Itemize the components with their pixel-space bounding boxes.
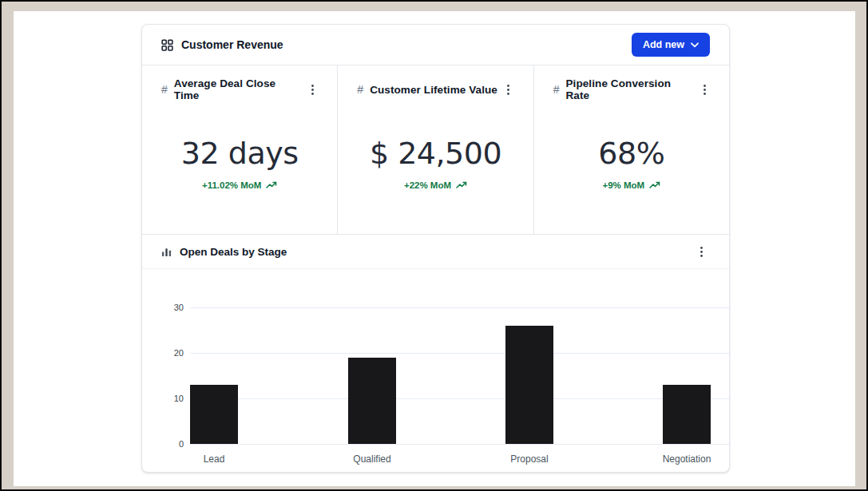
kpi-body: $ 24,500 +22% MoM: [338, 101, 533, 234]
kpi-body: 68% +9% MoM: [534, 101, 729, 234]
kebab-menu-icon[interactable]: [303, 81, 321, 98]
y-axis-tick-label: 20: [147, 347, 184, 358]
bar-lead[interactable]: [190, 385, 238, 444]
kpi-body: 32 days +11.02% MoM: [142, 101, 337, 234]
gridline: [190, 353, 730, 354]
chevron-down-icon: [691, 42, 699, 48]
kpi-row: # Average Deal Close Time 32 days +11.02…: [142, 65, 729, 235]
x-axis-category-label: Lead: [166, 453, 262, 465]
kpi-title: Customer Lifetime Value: [370, 84, 497, 96]
kpi-delta: +22% MoM: [404, 180, 467, 190]
kpi-delta-label: +22% MoM: [404, 180, 451, 190]
chart-title: Open Deals by Stage: [180, 246, 287, 258]
window-frame: Customer Revenue Add new # Averag: [0, 0, 868, 491]
kpi-value: 32 days: [181, 138, 299, 168]
add-new-button[interactable]: Add new: [632, 33, 710, 57]
card-header: Customer Revenue Add new: [142, 25, 729, 65]
bar-chart-plot: 0102030LeadQualifiedProposalNegotiation: [190, 307, 730, 444]
trending-up-icon: [456, 181, 467, 189]
kpi-head: # Pipeline Conversion Rate: [534, 65, 729, 101]
chart-body: 0102030LeadQualifiedProposalNegotiation: [142, 269, 729, 472]
dashboard-page: Customer Revenue Add new # Averag: [14, 11, 855, 486]
gridline: [190, 307, 730, 308]
kpi-delta: +11.02% MoM: [202, 180, 277, 190]
kpi-head: # Customer Lifetime Value: [338, 65, 533, 101]
kpi-customer-lifetime-value: # Customer Lifetime Value $ 24,500 +22% …: [337, 65, 533, 234]
hash-icon: #: [357, 83, 363, 96]
kebab-menu-icon[interactable]: [500, 81, 517, 98]
y-axis-tick-label: 30: [147, 302, 184, 313]
x-axis-category-label: Qualified: [324, 453, 420, 465]
trending-up-icon: [266, 181, 277, 189]
kpi-average-deal-close-time: # Average Deal Close Time 32 days +11.02…: [142, 65, 337, 234]
kpi-delta-label: +9% MoM: [602, 180, 644, 190]
kpi-delta: +9% MoM: [602, 180, 660, 190]
kebab-menu-icon[interactable]: [692, 243, 710, 260]
gridline: [190, 398, 730, 399]
kpi-value: $ 24,500: [370, 138, 501, 168]
kpi-title: Average Deal Close Time: [174, 77, 304, 101]
grid-icon: [161, 39, 173, 51]
chart-header: Open Deals by Stage: [142, 235, 729, 269]
page-title: Customer Revenue: [181, 38, 283, 51]
kebab-menu-icon[interactable]: [696, 81, 713, 98]
bar-qualified[interactable]: [348, 358, 396, 444]
add-new-label: Add new: [643, 39, 684, 50]
kpi-head: # Average Deal Close Time: [142, 65, 337, 101]
customer-revenue-card: Customer Revenue Add new # Averag: [141, 24, 730, 473]
gridline: [190, 444, 730, 445]
kpi-delta-label: +11.02% MoM: [202, 180, 261, 190]
bar-chart-icon: [161, 247, 172, 257]
kpi-title: Pipeline Conversion Rate: [565, 77, 696, 101]
hash-icon: #: [553, 83, 560, 96]
x-axis-category-label: Proposal: [482, 453, 577, 465]
open-deals-chart-card: Open Deals by Stage 0102030LeadQualified…: [142, 235, 729, 472]
hash-icon: #: [161, 83, 168, 96]
y-axis-tick-label: 0: [147, 438, 184, 449]
kpi-pipeline-conversion-rate: # Pipeline Conversion Rate 68% +9% MoM: [533, 65, 729, 234]
bar-proposal[interactable]: [505, 326, 553, 444]
y-axis-tick-label: 10: [147, 393, 184, 404]
kpi-value: 68%: [598, 138, 664, 168]
x-axis-category-label: Negotiation: [639, 453, 735, 465]
trending-up-icon: [649, 181, 660, 189]
bar-negotiation[interactable]: [663, 385, 711, 444]
